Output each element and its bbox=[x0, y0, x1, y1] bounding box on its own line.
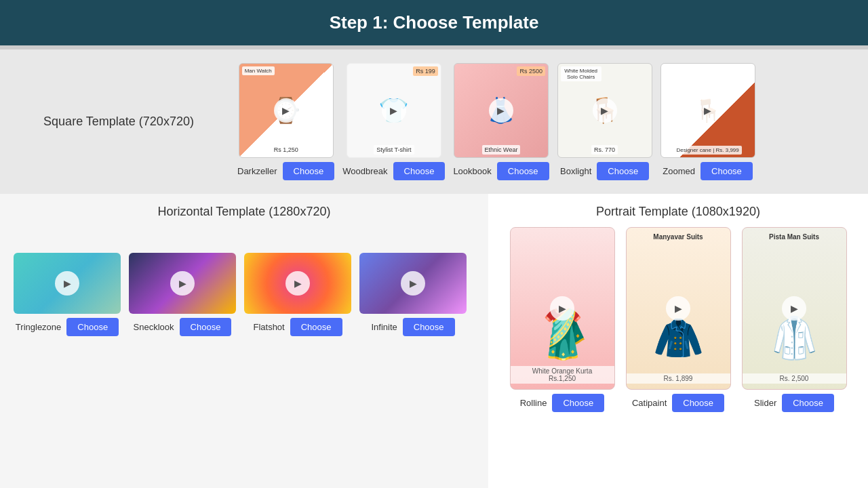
template-thumb-slider: Pista Man Suits 🥼 Rs. 2,500 ▶ bbox=[742, 227, 847, 390]
zoomed-play-icon[interactable]: ▶ bbox=[696, 98, 720, 123]
square-templates-row: Man Watch ⌚ Rs 1,250 ▶ Darkzeller Choose… bbox=[237, 56, 868, 187]
template-item-slider: Pista Man Suits 🥼 Rs. 2,500 ▶ Slider Cho… bbox=[742, 227, 847, 483]
flatshot-choose-button[interactable]: Choose bbox=[290, 318, 342, 336]
template-thumb-rolline: 🥻 White Orange KurtaRs.1,250 ▶ bbox=[510, 227, 615, 390]
slider-product-title: Pista Man Suits bbox=[743, 233, 846, 241]
rolline-label-row: Rolline Choose bbox=[520, 394, 605, 412]
template-thumb-snecklook: ▶ bbox=[129, 253, 236, 314]
template-item-darkzeller: Man Watch ⌚ Rs 1,250 ▶ Darkzeller Choose bbox=[237, 63, 334, 180]
snecklook-name: Snecklook bbox=[134, 322, 174, 332]
zoomed-name: Zoomed bbox=[663, 166, 695, 176]
catipaint-play-icon[interactable]: ▶ bbox=[666, 296, 690, 321]
template-item-zoomed: 🪑 Designer cane | Rs. 3,999 ▶ Zoomed Cho… bbox=[660, 63, 755, 180]
template-thumb-lookbook: Rs 2500 👗 Ethnic Wear ▶ bbox=[454, 63, 549, 158]
woodbreak-choose-button[interactable]: Choose bbox=[393, 162, 446, 180]
template-thumb-tringlezone: ▶ bbox=[14, 253, 121, 314]
infinite-name: Infinite bbox=[371, 322, 397, 332]
template-item-tringlezone: ▶ Tringlezone Choose bbox=[14, 253, 121, 336]
woodbreak-price: Stylist T-shirt bbox=[374, 145, 414, 155]
flatshot-label-row: Flatshot Choose bbox=[253, 318, 342, 336]
slider-name: Slider bbox=[754, 398, 776, 408]
template-thumb-catipaint: Manyavar Suits 🧥 Rs. 1,899 ▶ bbox=[626, 227, 731, 390]
boxlight-name: Boxlight bbox=[560, 166, 591, 176]
main-content: Square Template (720x720) Man Watch ⌚ Rs… bbox=[0, 49, 868, 488]
page-header: Step 1: Choose Template bbox=[0, 0, 868, 45]
zoomed-choose-button[interactable]: Choose bbox=[701, 162, 753, 180]
catipaint-name: Catipaint bbox=[632, 398, 667, 408]
darkzeller-choose-button[interactable]: Choose bbox=[283, 162, 335, 180]
template-item-rolline: 🥻 White Orange KurtaRs.1,250 ▶ Rolline C… bbox=[510, 227, 615, 483]
template-item-boxlight: White Molded Solo Chairs 🪑 Rs. 770 ▶ Box… bbox=[557, 63, 652, 180]
lookbook-name: Lookbook bbox=[453, 166, 491, 176]
flatshot-play-icon[interactable]: ▶ bbox=[285, 271, 310, 296]
template-item-infinite: ▶ Infinite Choose bbox=[359, 253, 467, 336]
slider-play-icon[interactable]: ▶ bbox=[782, 296, 806, 321]
boxlight-choose-button[interactable]: Choose bbox=[597, 162, 649, 180]
slider-choose-button[interactable]: Choose bbox=[782, 394, 834, 412]
lookbook-price-top: Rs 2500 bbox=[517, 66, 545, 76]
zoomed-label-row: Zoomed Choose bbox=[663, 162, 753, 180]
infinite-play-icon[interactable]: ▶ bbox=[401, 271, 425, 296]
lookbook-choose-button[interactable]: Choose bbox=[497, 162, 549, 180]
darkzeller-top-badge: Man Watch bbox=[242, 66, 275, 75]
woodbreak-price-top: Rs 199 bbox=[413, 66, 438, 76]
tringlezone-name: Tringlezone bbox=[16, 322, 61, 332]
rolline-name: Rolline bbox=[520, 398, 547, 408]
template-item-lookbook: Rs 2500 👗 Ethnic Wear ▶ Lookbook Choose bbox=[453, 63, 549, 180]
template-thumb-zoomed: 🪑 Designer cane | Rs. 3,999 ▶ bbox=[660, 63, 755, 158]
horizontal-templates-row: ▶ Tringlezone Choose ▶ Snecklook Choose bbox=[14, 253, 475, 336]
template-thumb-darkzeller: Man Watch ⌚ Rs 1,250 ▶ bbox=[239, 63, 334, 158]
template-item-flatshot: ▶ Flatshot Choose bbox=[244, 253, 351, 336]
tringlezone-play-icon[interactable]: ▶ bbox=[55, 271, 79, 296]
lookbook-label-row: Lookbook Choose bbox=[453, 162, 549, 180]
portrait-templates-row: 🥻 White Orange KurtaRs.1,250 ▶ Rolline C… bbox=[502, 227, 854, 483]
snecklook-play-icon[interactable]: ▶ bbox=[170, 271, 195, 296]
boxlight-play-icon[interactable]: ▶ bbox=[593, 98, 617, 123]
portrait-section: Portrait Template (1080x1920) 🥻 White Or… bbox=[488, 194, 868, 488]
slider-label-row: Slider Choose bbox=[754, 394, 834, 412]
slider-price: Rs. 2,500 bbox=[743, 373, 846, 384]
template-thumb-boxlight: White Molded Solo Chairs 🪑 Rs. 770 ▶ bbox=[557, 63, 652, 158]
square-section: Square Template (720x720) Man Watch ⌚ Rs… bbox=[0, 49, 868, 194]
rolline-price: White Orange KurtaRs.1,250 bbox=[511, 366, 614, 384]
darkzeller-play-icon[interactable]: ▶ bbox=[274, 98, 298, 123]
square-section-label: Square Template (720x720) bbox=[0, 101, 237, 142]
lookbook-play-icon[interactable]: ▶ bbox=[489, 98, 513, 123]
lookbook-price: Ethnic Wear bbox=[482, 145, 521, 155]
bottom-sections: Horizontal Template (868x488) ▶ Tringle… bbox=[0, 194, 868, 488]
template-thumb-flatshot: ▶ bbox=[244, 253, 351, 314]
catipaint-label-row: Catipaint Choose bbox=[632, 394, 724, 412]
portrait-section-title: Portrait Template (1080x1920) bbox=[502, 205, 854, 219]
catipaint-product-title: Manyavar Suits bbox=[627, 233, 730, 241]
catipaint-price: Rs. 1,899 bbox=[627, 373, 730, 384]
darkzeller-price: Rs 1,250 bbox=[271, 145, 301, 155]
rolline-choose-button[interactable]: Choose bbox=[552, 394, 604, 412]
darkzeller-label-row: Darkzeller Choose bbox=[237, 162, 334, 180]
horizontal-section: Horizontal Template (868x488) ▶ Tringle… bbox=[0, 194, 488, 488]
darkzeller-name: Darkzeller bbox=[237, 166, 277, 176]
page-title: Step 1: Choose Template bbox=[330, 12, 539, 33]
tringlezone-choose-button[interactable]: Choose bbox=[66, 318, 119, 336]
boxlight-top-badge: White Molded Solo Chairs bbox=[561, 66, 601, 81]
snecklook-label-row: Snecklook Choose bbox=[134, 318, 232, 336]
tringlezone-label-row: Tringlezone Choose bbox=[16, 318, 119, 336]
catipaint-choose-button[interactable]: Choose bbox=[672, 394, 724, 412]
woodbreak-name: Woodbreak bbox=[342, 166, 387, 176]
snecklook-choose-button[interactable]: Choose bbox=[180, 318, 232, 336]
template-item-catipaint: Manyavar Suits 🧥 Rs. 1,899 ▶ Catipaint C… bbox=[626, 227, 731, 483]
infinite-label-row: Infinite Choose bbox=[371, 318, 454, 336]
woodbreak-label-row: Woodbreak Choose bbox=[342, 162, 445, 180]
woodbreak-play-icon[interactable]: ▶ bbox=[382, 98, 406, 123]
rolline-play-icon[interactable]: ▶ bbox=[550, 296, 574, 321]
horizontal-section-title: Horizontal Template (868x488) bbox=[14, 205, 475, 219]
zoomed-price: Designer cane | Rs. 3,999 bbox=[673, 146, 741, 155]
boxlight-label-row: Boxlight Choose bbox=[560, 162, 649, 180]
template-thumb-woodbreak: Rs 199 👕 Stylist T-shirt ▶ bbox=[347, 63, 441, 158]
infinite-choose-button[interactable]: Choose bbox=[403, 318, 455, 336]
template-item-snecklook: ▶ Snecklook Choose bbox=[129, 253, 236, 336]
template-thumb-infinite: ▶ bbox=[359, 253, 467, 314]
flatshot-name: Flatshot bbox=[253, 322, 284, 332]
template-item-woodbreak: Rs 199 👕 Stylist T-shirt ▶ Woodbreak Cho… bbox=[342, 63, 445, 180]
boxlight-price: Rs. 770 bbox=[591, 145, 618, 155]
